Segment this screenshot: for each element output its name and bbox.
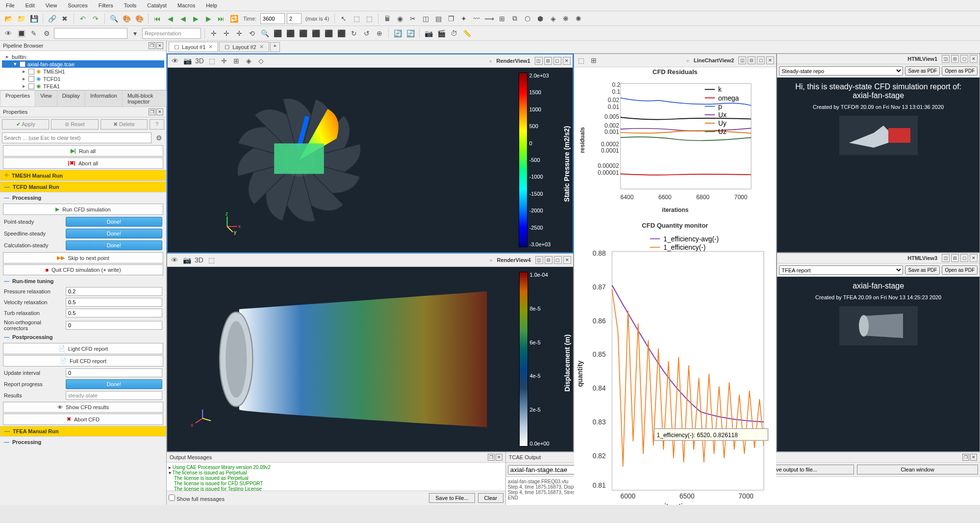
visibility-icon[interactable]: 👁: [3, 28, 14, 39]
render-view-1[interactable]: 👁 📷 3D ⬚ ✛ ⊞ ◈ ◇ » RenderView1 ◫ ⊟ ▢: [167, 53, 574, 253]
open-icon[interactable]: 📂: [3, 13, 14, 24]
refresh-icon[interactable]: 🔄: [392, 28, 403, 39]
abort-all-button[interactable]: |✖|Abort all: [3, 157, 163, 169]
run-all-button[interactable]: ▶|Run all: [3, 145, 163, 157]
lc2-close-icon[interactable]: ✕: [766, 56, 774, 64]
rv1-btn2-icon[interactable]: 📷: [182, 55, 193, 66]
axis-y-icon[interactable]: ✛: [221, 28, 232, 39]
save-data-icon[interactable]: 💾: [28, 13, 39, 24]
tfea-section[interactable]: —TFEA Manual Run: [0, 426, 166, 437]
tree-item-tfea[interactable]: ▸◉TFEA1: [2, 82, 164, 90]
play-reverse-icon[interactable]: ◀: [177, 13, 188, 24]
tool6-icon[interactable]: ✺: [573, 13, 584, 24]
results-select[interactable]: [66, 391, 162, 400]
representation-selector[interactable]: [142, 28, 201, 39]
rv4-btn1-icon[interactable]: 👁: [169, 255, 180, 265]
menu-macros[interactable]: Macros: [176, 1, 197, 9]
hv3-h-icon[interactable]: ◫: [942, 254, 950, 262]
show-full-checkbox[interactable]: Show full messages: [169, 495, 225, 502]
vel-relax-input[interactable]: [66, 298, 162, 307]
axis-z-icon[interactable]: ✛: [234, 28, 245, 39]
tcfd-section[interactable]: —TCFD Manual Run: [0, 182, 166, 192]
tab-view[interactable]: View: [35, 90, 57, 106]
help-button[interactable]: ?: [150, 119, 164, 130]
tree-item-builtin[interactable]: ▸builtin:: [2, 53, 164, 60]
extract-icon[interactable]: ❐: [446, 13, 456, 24]
select-points-icon[interactable]: ↖: [338, 13, 349, 24]
close-tab-icon[interactable]: ✕: [208, 44, 213, 50]
hv1-open-button[interactable]: Open as PDF: [942, 66, 978, 76]
close-view-icon[interactable]: ✕: [563, 57, 571, 65]
screenshot-icon[interactable]: 📷: [423, 28, 434, 39]
report-prog-done[interactable]: Done!: [66, 379, 162, 389]
show-results-button[interactable]: 👁Show CFD results: [3, 402, 163, 413]
disconnect-icon[interactable]: ✖: [59, 13, 70, 24]
eyedrop-icon[interactable]: ✎: [28, 28, 39, 39]
lc2-btn2-icon[interactable]: ⊞: [588, 55, 599, 66]
select-cells-icon[interactable]: ⬚: [351, 13, 362, 24]
turb-relax-input[interactable]: [66, 309, 162, 317]
rv1-btn3-icon[interactable]: ⬚: [206, 55, 217, 66]
full-report-button[interactable]: 📄Full CFD report: [3, 355, 163, 366]
glyph-icon[interactable]: ✦: [458, 13, 469, 24]
component-icon[interactable]: ▾: [129, 28, 140, 39]
rv4-close-icon[interactable]: ✕: [563, 256, 571, 264]
rv4-split-v-icon[interactable]: ⊟: [545, 256, 553, 264]
close2-icon[interactable]: ✕: [156, 108, 163, 115]
update-int-input[interactable]: [66, 368, 162, 377]
prev-frame-icon[interactable]: ◀: [165, 13, 176, 24]
next-frame-icon[interactable]: ▶: [203, 13, 214, 24]
apply-button[interactable]: ✔ Apply: [2, 119, 49, 130]
hv3-report-select[interactable]: TFEA report: [779, 265, 903, 275]
find-icon[interactable]: 🔍: [108, 13, 119, 24]
tab-information[interactable]: Information: [85, 90, 123, 106]
redo-icon[interactable]: ↷: [90, 13, 101, 24]
hv1-v-icon[interactable]: ⊟: [951, 55, 959, 63]
layout-tab-2[interactable]: ▢Layout #2✕: [219, 42, 269, 52]
time-input[interactable]: [260, 13, 285, 24]
lc2-btn1-icon[interactable]: ⬚: [576, 55, 587, 66]
run-cfd-button[interactable]: ▶Run CFD simulation: [3, 204, 163, 215]
skip-button[interactable]: ▶▶Skip to next point: [3, 252, 163, 263]
calc-icon[interactable]: 🖩: [382, 13, 393, 24]
max-icon[interactable]: ▢: [553, 57, 561, 65]
color-icon[interactable]: 🎨: [121, 13, 132, 24]
rot-90-icon[interactable]: ↺: [361, 28, 372, 39]
menu-edit[interactable]: Edit: [24, 1, 37, 9]
lc2-max-icon[interactable]: ▢: [757, 56, 765, 64]
animation-icon[interactable]: 🎬: [436, 28, 447, 39]
processing2-section[interactable]: —Processing: [0, 437, 166, 447]
warp-icon[interactable]: ⟿: [484, 13, 495, 24]
reload-icon[interactable]: 🔄: [405, 28, 416, 39]
hv1-max-icon[interactable]: ▢: [960, 55, 968, 63]
split-h-icon[interactable]: ◫: [535, 57, 543, 65]
tree-item-tmesh[interactable]: ▸◉TMESH1: [2, 68, 164, 75]
tool3-icon[interactable]: ⬢: [535, 13, 546, 24]
html-view-1[interactable]: HTMLView1 ◫ ⊟ ▢ ✕ Steady-state repo Save…: [777, 53, 980, 253]
save-to-file-button[interactable]: Save to File...: [429, 493, 475, 503]
rv4-split-h-icon[interactable]: ◫: [535, 256, 543, 264]
hv1-close-icon[interactable]: ✕: [970, 55, 978, 63]
hv3-save-button[interactable]: Save as PDF: [905, 265, 940, 275]
group-icon[interactable]: ⊞: [497, 13, 507, 24]
hv3-v-icon[interactable]: ⊟: [951, 254, 959, 262]
timer-icon[interactable]: ⏱: [449, 28, 459, 39]
hv3-max-icon[interactable]: ▢: [960, 254, 968, 262]
hv3-close-icon[interactable]: ✕: [970, 254, 978, 262]
line-chart-view-1[interactable]: ⬚ ⊞ »LineChartView1 ◫ ⊟ ▢ ✕ CFD Quantity…: [574, 207, 777, 452]
tmesh-section[interactable]: ✚TMESH Manual Run: [0, 170, 166, 181]
layout-tab-1[interactable]: ▢Layout #1✕: [169, 42, 218, 52]
clean-window-button[interactable]: Clean window: [857, 465, 978, 474]
close-tab2-icon[interactable]: ✕: [259, 44, 264, 50]
out-undock-icon[interactable]: ❐: [488, 454, 495, 461]
loop-icon[interactable]: 🔁: [228, 13, 239, 24]
edit-icon[interactable]: ⚙: [41, 28, 52, 39]
first-frame-icon[interactable]: ⏮: [152, 13, 163, 24]
rv1-btn6-icon[interactable]: ◈: [243, 55, 254, 66]
frame-input[interactable]: [287, 13, 302, 24]
tab-multiblock[interactable]: Multi-block Inspector: [122, 90, 167, 106]
menu-file[interactable]: File: [4, 1, 17, 9]
split-v-icon[interactable]: ⊟: [544, 57, 552, 65]
menu-catalyst[interactable]: Catalyst: [145, 1, 169, 9]
pz-icon[interactable]: ⬛: [323, 28, 334, 39]
